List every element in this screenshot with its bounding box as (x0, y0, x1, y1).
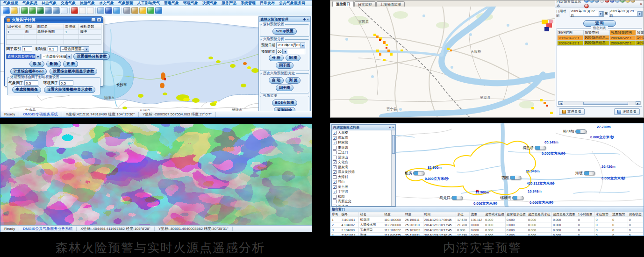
column-header[interactable]: 分析参数 (79, 24, 101, 29)
checkbox[interactable]: ✓ (333, 170, 336, 174)
column-header[interactable]: 序号 (331, 212, 340, 217)
column-header[interactable]: 纬度 (404, 212, 423, 217)
globe-icon[interactable] (3, 7, 10, 14)
layer-item-14[interactable]: 高新立交 (332, 199, 391, 204)
measure-icon[interactable] (11, 7, 18, 14)
collapse-icon[interactable]: ▾ (389, 126, 391, 129)
layer-item-8[interactable]: ✓温泉黄沙港 (332, 170, 391, 175)
zoom-in-icon[interactable] (21, 7, 28, 14)
list-hscrollbar[interactable]: ◄► (558, 101, 641, 105)
menu-item-7[interactable]: 人工影响天气 (137, 0, 160, 6)
button-EOS火险图[interactable]: EOS火险图 (272, 100, 298, 106)
column-header[interactable]: 超历史最高水位 (527, 212, 551, 217)
menu-item-5[interactable]: 水文气象 (99, 0, 114, 6)
back-arrow-icon[interactable] (147, 7, 154, 14)
full-extent-icon[interactable] (105, 7, 112, 14)
button-添加[interactable]: 添 加 (29, 61, 44, 67)
station-marker-螺蛳湾[interactable] (512, 196, 523, 200)
delete-red-icon[interactable] (71, 7, 78, 14)
station-marker-西园[interactable] (510, 176, 521, 180)
field-select[interactable]: 森林火险影响字段 ▼ (6, 54, 41, 59)
zoom-out-icon[interactable] (594, 0, 599, 3)
column-header[interactable]: 图层名 (36, 24, 64, 29)
pin-icon[interactable]: ✚ (303, 17, 306, 21)
menu-item-8[interactable]: 雷电气象 (164, 0, 179, 6)
menu-item-12[interactable]: 系统管理 (241, 0, 256, 6)
generate-warning-button[interactable]: 生成预警图像 (12, 86, 41, 93)
layer-item-0[interactable]: ✓大观楼 (332, 130, 391, 136)
layer-item-1[interactable]: ✓将军庙 (332, 136, 391, 141)
column-header[interactable]: 超警戒水位值 (484, 212, 506, 217)
layer-item-12[interactable]: ✓十字街 (332, 189, 391, 194)
layer-item-7[interactable]: ✓蔡家湾 (332, 165, 391, 170)
layer-item-15[interactable]: 圆通街 (332, 204, 391, 207)
menu-item-2[interactable]: 林业气象 (42, 0, 57, 6)
date-from-picker[interactable]: 2009 年 07 月 22 日▼ (570, 11, 603, 17)
menu-item-6[interactable]: 气象预警 (118, 0, 133, 6)
layer-item-5[interactable]: 清凉山 (332, 155, 391, 160)
fire-dialog-titlebar[interactable]: 火险因子计算 ▁ × (5, 17, 103, 23)
button-浏览[interactable]: 浏 览 (286, 77, 301, 84)
close-icon[interactable]: × (392, 126, 394, 129)
column-header[interactable]: 编号 (340, 212, 359, 217)
tab-1[interactable]: 日常监控 (354, 1, 376, 7)
column-header[interactable]: 因子索引 (7, 24, 24, 29)
button-更新[interactable]: 更 新 (63, 61, 78, 67)
column-header[interactable]: 制作时间 (558, 30, 584, 36)
calc-grid-button[interactable]: 计算综合概率Grid (10, 68, 47, 75)
warn-date-value[interactable]: 2012年10月03日 (277, 43, 301, 48)
column-header[interactable]: 站名 (359, 212, 383, 217)
menu-item-13[interactable]: 日常发布 (260, 0, 275, 6)
pan-icon[interactable] (600, 0, 604, 3)
select-arrow-icon[interactable] (37, 7, 44, 14)
column-header[interactable]: 水位 (456, 212, 470, 217)
zoom-in-icon[interactable] (589, 0, 594, 3)
checkbox[interactable] (333, 205, 336, 206)
layer-item-4[interactable]: 三江口 (332, 150, 391, 155)
station-marker-得胜桥[interactable] (535, 146, 546, 150)
checkbox[interactable]: ✓ (333, 190, 336, 193)
button-Setup设置[interactable]: Setup设置 (272, 28, 297, 35)
table-row[interactable]: 471101012海埂112.04047525.4103112014/12/3 … (331, 233, 644, 236)
layer-item-2[interactable]: ✓林家院 (332, 140, 391, 145)
table-row[interactable]: 24.104002大观楼水闸112.20000025.2011102014/12… (331, 222, 644, 228)
menu-item-4[interactable]: 旅游气象 (80, 0, 95, 6)
layer-view-icon[interactable] (113, 7, 120, 14)
column-header[interactable]: 类型 (24, 24, 36, 29)
table-row[interactable]: 171101011松华坝110.10000025.1501112014/12/3… (331, 217, 644, 222)
export-icon[interactable] (131, 7, 138, 14)
zoom-out-icon[interactable] (29, 7, 36, 14)
impact-input[interactable]: 0.1 (48, 46, 58, 51)
button-删除[interactable]: 删 除 (46, 61, 61, 67)
file-view-button[interactable]: 文件查看 (559, 108, 585, 115)
value-select[interactable]: --请选择字段值--▼ (42, 54, 72, 59)
table-row[interactable]: 32.104000宝象河口112.10102225.1037022014/12/… (331, 228, 644, 233)
close-button[interactable]: × (97, 18, 101, 22)
checkbox[interactable]: ✓ (333, 160, 336, 164)
column-header[interactable]: 时间 (423, 212, 456, 217)
button-制图[interactable]: 制 图 (286, 55, 301, 61)
probability-display-button[interactable]: 设置火险预警概率显示参数 (44, 86, 95, 93)
checkbox[interactable] (333, 156, 336, 159)
column-header[interactable]: 水位预警 (594, 212, 611, 217)
globe-icon[interactable] (584, 0, 589, 3)
station-marker-乌龙口[interactable] (451, 196, 463, 200)
layer-item-11[interactable]: ✓黄土坡 (332, 185, 391, 190)
close-red-icon[interactable] (584, 4, 589, 8)
date-to-picker[interactable]: 2009 年 07 月 29 日▼ (609, 11, 643, 17)
close-icon[interactable]: × (640, 2, 642, 6)
column-header[interactable]: 预警描述信息 (636, 30, 644, 36)
column-header[interactable]: 超历史最大流量 (552, 212, 577, 217)
checkbox[interactable]: ✓ (333, 185, 336, 189)
fire-map-canvas[interactable]: 岳阳县平江县长沙市宁乡县湘潭市株洲县醴陵市 火险因子计算 ▁ × 因子索引类型图… (0, 15, 312, 111)
button-自动[interactable]: 自 动 (269, 77, 284, 84)
map-frame-icon[interactable] (79, 7, 86, 14)
checkbox[interactable]: ✓ (333, 136, 336, 140)
map-output-icon[interactable] (155, 7, 162, 14)
checkbox[interactable]: ✓ (333, 141, 336, 144)
stop-red-icon[interactable] (605, 0, 609, 3)
column-header[interactable]: 预警类别 (583, 30, 609, 36)
layer-item-3[interactable]: 事业园 (332, 145, 391, 150)
system-link[interactable]: DMGIS公共气象服务业务系统 (19, 227, 77, 231)
weather-factor-input[interactable]: 0.5 (24, 80, 38, 86)
